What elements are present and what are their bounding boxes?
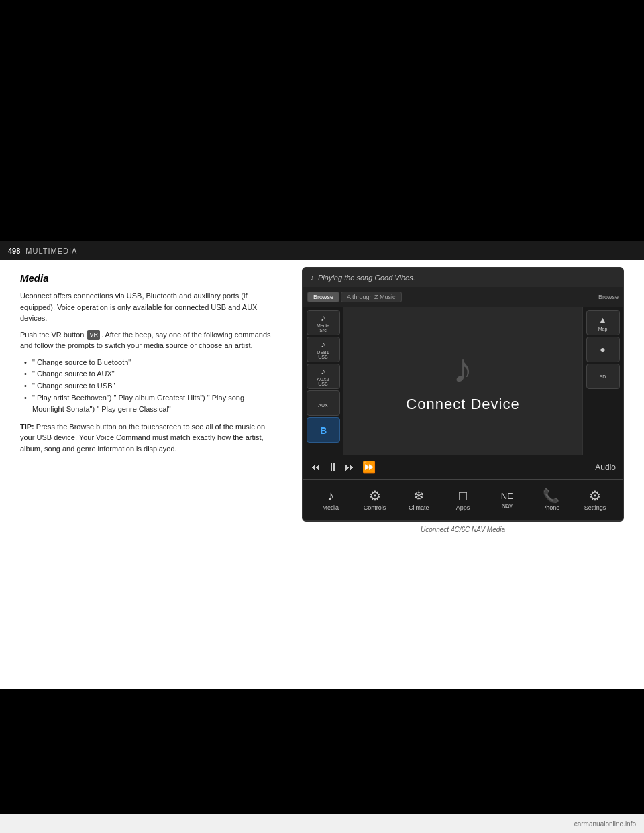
nav-settings-icon: ⚙ — [589, 489, 601, 502]
playback-controls: ⏮ ⏸ ⏭ ⏩ — [310, 461, 376, 474]
screen-column: ♪ Playing the song Good Vibes. Browse A … — [288, 260, 644, 689]
nav-controls-icon: ⚙ — [369, 489, 381, 502]
sidebar-btn-bluetooth[interactable]: ʙ — [307, 417, 340, 443]
bullet-item-4: " Play artist Beethoven") " Play album G… — [24, 392, 275, 416]
sidebar-btn-aux[interactable]: tAUX — [307, 390, 340, 416]
top-bar-right-label[interactable]: Browse — [598, 294, 619, 300]
status-text: Playing the song Good Vibes. — [318, 274, 415, 282]
top-bar-tabs: Browse A through Z Music — [307, 292, 596, 302]
nav-item-nav[interactable]: NE Nav — [486, 482, 529, 518]
tip-label: TIP: — [20, 423, 34, 431]
usb2-icon: ♪ — [321, 366, 325, 376]
audio-label[interactable]: Audio — [595, 463, 616, 472]
screen-left-sidebar: ♪ MediaSrc ♪ USB1USB ♪ AUX2USB tAUX — [303, 307, 343, 455]
nav-phone-label: Phone — [542, 504, 559, 511]
paragraph-2: Push the VR button VR. After the beep, s… — [20, 329, 275, 351]
nav-climate-label: Climate — [409, 504, 429, 511]
nav-climate-icon: ❄ — [413, 489, 425, 502]
nav-item-phone[interactable]: 📞 Phone — [529, 482, 572, 518]
next-button[interactable]: ⏭ — [345, 461, 356, 474]
screen-right-sidebar: ▲ Map ● SD — [582, 307, 623, 455]
screen-main: ♪ MediaSrc ♪ USB1USB ♪ AUX2USB tAUX — [303, 307, 623, 455]
connect-device-area: ♪ Connect Device — [406, 349, 519, 413]
bottom-website-bar: carmanualonline.info — [0, 814, 644, 833]
website-url: carmanualonline.info — [574, 820, 636, 828]
paragraph-1: Uconnect offers connections via USB, Blu… — [20, 290, 275, 324]
sidebar-btn-media-src[interactable]: ♪ MediaSrc — [307, 310, 340, 335]
tab-az-music[interactable]: A through Z Music — [341, 292, 402, 302]
nav-controls-label: Controls — [364, 504, 386, 511]
infotainment-screen: ♪ Playing the song Good Vibes. Browse A … — [302, 267, 624, 522]
sidebar-btn-usb1[interactable]: ♪ USB1USB — [307, 337, 340, 362]
bullet-item-2: " Change source to AUX" — [24, 368, 275, 380]
nav-apps-label: Apps — [456, 504, 470, 511]
nav-phone-icon: 📞 — [543, 489, 559, 502]
nav-nav-icon: NE — [501, 492, 513, 500]
bullet-list: " Change source to Bluetooth" " Change s… — [24, 357, 275, 416]
nav-item-climate[interactable]: ❄ Climate — [397, 482, 440, 518]
music-note-large-icon: ♪ — [453, 349, 473, 389]
screen-status-bar: ♪ Playing the song Good Vibes. — [303, 268, 623, 287]
tip-content: Press the Browse button on the touchscre… — [20, 423, 265, 453]
right-btn-map[interactable]: ▲ Map — [586, 310, 620, 335]
bottom-black-area — [0, 689, 644, 833]
nav-item-settings[interactable]: ⚙ Settings — [574, 482, 616, 518]
tip-paragraph: TIP: Press the Browse button on the touc… — [20, 421, 275, 455]
bullet-item-1: " Change source to Bluetooth" — [24, 357, 275, 369]
connect-device-label: Connect Device — [406, 396, 519, 413]
nav-nav-label: Nav — [502, 502, 513, 509]
map-icon: ▲ — [598, 315, 608, 325]
page-header-bar: 498 MULTIMEDIA — [0, 241, 644, 260]
right-btn-2[interactable]: ● — [586, 337, 620, 362]
bullet-item-3: " Change source to USB" — [24, 380, 275, 392]
screen-center-content: ♪ Connect Device — [343, 307, 582, 455]
music-status-icon: ♪ — [310, 273, 314, 283]
nav-item-apps[interactable]: □ Apps — [441, 482, 484, 518]
fast-forward-button[interactable]: ⏩ — [362, 461, 376, 474]
main-content: Media Uconnect offers connections via US… — [0, 260, 644, 689]
media-src-icon: ♪ — [321, 313, 325, 322]
screen-caption: Uconnect 4C/6C NAV Media — [421, 526, 505, 533]
nav-settings-label: Settings — [584, 504, 606, 511]
playback-bar: ⏮ ⏸ ⏭ ⏩ Audio — [303, 455, 623, 479]
section-title: MULTIMEDIA — [25, 247, 77, 255]
screen-top-bar: Browse A through Z Music Browse — [303, 287, 623, 307]
nav-item-controls[interactable]: ⚙ Controls — [354, 482, 396, 518]
text-column: Media Uconnect offers connections via US… — [0, 260, 288, 689]
bottom-nav: ♪ Media ⚙ Controls ❄ Climate □ Apps NE — [303, 479, 623, 520]
right-btn2-icon: ● — [600, 344, 605, 355]
usb1-icon: ♪ — [321, 339, 325, 349]
prev-button[interactable]: ⏮ — [310, 461, 321, 474]
right-btn-sd[interactable]: SD — [586, 364, 620, 389]
bluetooth-icon: ʙ — [320, 423, 327, 437]
vr-button-inline: VR — [87, 330, 100, 341]
page-number: 498 — [8, 247, 20, 255]
nav-apps-icon: □ — [459, 489, 467, 502]
nav-media-icon: ♪ — [327, 489, 334, 502]
play-pause-button[interactable]: ⏸ — [327, 461, 338, 474]
top-black-area — [0, 0, 644, 241]
tab-browse[interactable]: Browse — [307, 292, 339, 302]
sidebar-btn-usb2[interactable]: ♪ AUX2USB — [307, 364, 340, 389]
nav-media-label: Media — [323, 504, 339, 511]
nav-item-media[interactable]: ♪ Media — [309, 482, 352, 518]
media-heading: Media — [20, 272, 275, 284]
